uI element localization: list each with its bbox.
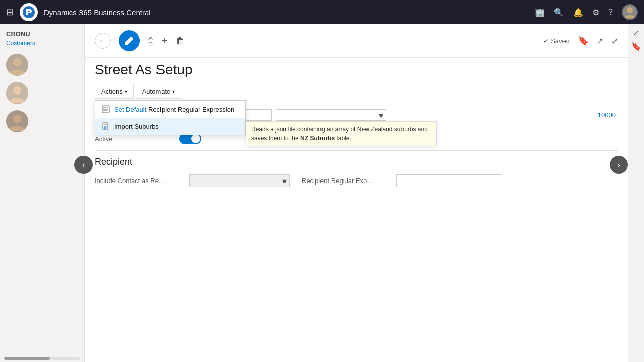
include-contact-select[interactable] xyxy=(189,174,290,187)
recipient-regex-input[interactable] xyxy=(396,174,502,187)
bookmark-icon[interactable]: 🔖 xyxy=(578,35,589,46)
check-icon: ✓ xyxy=(543,37,549,45)
saved-indicator: ✓ Saved xyxy=(543,37,570,45)
nav-arrow-left[interactable]: ‹ xyxy=(74,156,93,174)
include-contact-select-wrapper: ▾ xyxy=(189,174,290,187)
avatar xyxy=(6,82,28,104)
nz-country-select[interactable] xyxy=(276,109,386,121)
recipient-row: Include Contact as Re... ▾ Recipient Reg… xyxy=(95,171,618,190)
nav-arrow-right[interactable]: › xyxy=(610,156,628,174)
actions-button[interactable]: Actions ▾ xyxy=(95,84,134,99)
set-default-icon xyxy=(101,105,110,114)
svg-point-7 xyxy=(13,115,21,123)
nz-country-select-wrapper: ▾ xyxy=(276,109,386,121)
recipient-section-title: Recipient xyxy=(95,157,618,167)
list-item[interactable] xyxy=(0,108,84,134)
import-suburbs-icon xyxy=(101,122,110,131)
help-icon[interactable]: ? xyxy=(608,8,613,17)
record-number: 10000 xyxy=(598,111,618,119)
user-avatar[interactable] xyxy=(622,4,638,20)
automate-label: Automate xyxy=(142,87,171,95)
app-logo xyxy=(20,3,38,21)
search-icon[interactable]: 🔍 xyxy=(554,8,564,17)
open-in-new-icon[interactable]: ↗ xyxy=(597,36,603,46)
app-title: Dynamics 365 Business Central xyxy=(44,8,529,17)
delete-icon[interactable]: 🗑 xyxy=(176,36,185,46)
bookmark-right-icon[interactable]: 🔖 xyxy=(631,42,641,51)
sidebar-avatars xyxy=(0,52,84,134)
grid-icon[interactable]: ⊞ xyxy=(6,7,14,18)
tooltip-box: Reads a json file containing an array of… xyxy=(246,121,437,146)
edit-button[interactable] xyxy=(119,30,140,51)
right-panel: ⤢ 🔖 xyxy=(628,24,644,362)
dropdown-item-import-suburbs[interactable]: Import Suburbs xyxy=(95,118,245,135)
dropdown-item-set-default-label: Set Default Recipient Regular Expression xyxy=(114,106,234,113)
add-icon[interactable]: + xyxy=(162,35,168,47)
content-area: ← ⎙ + 🗑 ✓ Saved 🔖 ↗ ⤢ Street As Setup xyxy=(85,24,628,362)
list-item[interactable] xyxy=(0,52,84,78)
automate-chevron-icon: ▾ xyxy=(172,88,175,94)
content-toolbar: ← ⎙ + 🗑 ✓ Saved 🔖 ↗ ⤢ xyxy=(85,24,628,58)
avatar xyxy=(6,110,28,132)
main-layout: CRONU Customers: xyxy=(0,24,644,362)
recipient-regex-label: Recipient Regular Exp... xyxy=(302,177,392,185)
action-bar: Actions ▾ Automate ▾ xyxy=(85,84,628,101)
expand-icon[interactable]: ⤢ xyxy=(611,36,618,46)
list-item[interactable] xyxy=(0,80,84,106)
automate-button[interactable]: Automate ▾ xyxy=(136,84,182,99)
store-icon[interactable]: 🏢 xyxy=(535,8,545,17)
bell-icon[interactable]: 🔔 xyxy=(573,8,583,17)
expand-right-icon[interactable]: ⤢ xyxy=(633,28,639,38)
svg-point-1 xyxy=(627,7,633,13)
sidebar-customers[interactable]: Customers: xyxy=(0,40,84,52)
svg-point-3 xyxy=(13,58,21,66)
top-navigation: ⊞ Dynamics 365 Business Central 🏢 🔍 🔔 ⚙ … xyxy=(0,0,644,24)
include-contact-label: Include Contact as Re... xyxy=(95,177,185,185)
saved-label: Saved xyxy=(551,37,570,45)
settings-icon[interactable]: ⚙ xyxy=(592,8,599,17)
share-icon[interactable]: ⎙ xyxy=(148,36,153,46)
page-title: Street As Setup xyxy=(95,62,618,78)
form-divider-2 xyxy=(95,150,618,151)
sidebar-cronu: CRONU xyxy=(0,30,84,40)
tooltip-text-end: table. xyxy=(335,135,351,142)
nav-icons-group: 🏢 🔍 🔔 ⚙ ? xyxy=(535,4,638,20)
actions-chevron-icon: ▾ xyxy=(125,88,127,94)
svg-point-5 xyxy=(13,86,21,95)
page-title-area: Street As Setup xyxy=(85,58,628,84)
dropdown-item-set-default[interactable]: Set Default Recipient Regular Expression xyxy=(95,101,245,118)
active-label: Active xyxy=(95,135,175,143)
actions-label: Actions xyxy=(101,87,123,95)
actions-dropdown: Set Default Recipient Regular Expression… xyxy=(95,100,246,135)
tooltip-bold-text: NZ Suburbs xyxy=(300,135,335,142)
back-button[interactable]: ← xyxy=(95,33,111,49)
dropdown-item-import-suburbs-label: Import Suburbs xyxy=(114,123,159,130)
avatar xyxy=(6,54,28,76)
sidebar: CRONU Customers: xyxy=(0,24,85,362)
